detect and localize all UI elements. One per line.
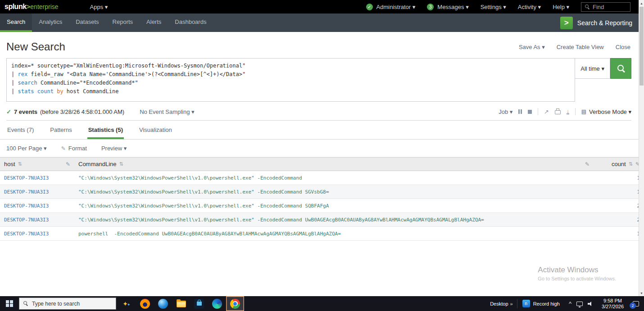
count-cell[interactable]: 1 [594, 171, 644, 185]
format-button[interactable]: ✎ Format [61, 145, 87, 152]
help-menu[interactable]: Help ▾ [553, 4, 569, 10]
host-cell[interactable]: DESKTOP-7NUA3I3 [0, 199, 74, 213]
vertical-scrollbar[interactable]: ▲ ▼ [639, 0, 644, 296]
chrome-taskbar-button[interactable] [226, 296, 244, 311]
taskbar-search-placeholder: Type here to search [32, 301, 80, 307]
search-query-input[interactable]: index=* sourcetype="XmlWinEventLog:Micro… [6, 58, 575, 102]
host-column-header[interactable]: host [4, 161, 15, 167]
save-as-button[interactable]: Save As ▾ [519, 44, 545, 50]
count-column-header[interactable]: count [612, 161, 626, 167]
table-row: DESKTOP-7NUA3I3"C:\Windows\System32\Wind… [0, 199, 644, 213]
close-button[interactable]: Close [616, 44, 630, 50]
file-explorer-icon [177, 301, 186, 307]
search-icon [23, 301, 28, 306]
per-page-menu[interactable]: 100 Per Page ▾ [6, 145, 47, 152]
edge-taskbar-button[interactable] [208, 296, 226, 311]
chevrons-icon: » [510, 301, 513, 306]
count-cell[interactable]: 2 [594, 213, 644, 227]
settings-menu[interactable]: Settings ▾ [481, 4, 506, 10]
volume-tray-icon[interactable] [588, 301, 594, 306]
messages-menu[interactable]: Messages ▾ [437, 4, 468, 10]
nav-tab-reports[interactable]: Reports [106, 14, 140, 32]
pause-job-icon[interactable] [518, 109, 522, 114]
event-time-range: (before 3/28/26 4:58:01.000 AM) [40, 108, 124, 115]
commandline-cell[interactable]: "C:\Windows\System32\WindowsPowerShell\v… [74, 199, 594, 213]
firefox-taskbar-button[interactable] [136, 296, 154, 311]
query-line: | stats count by host CommandLine [11, 87, 570, 96]
host-cell[interactable]: DESKTOP-7NUA3I3 [0, 227, 74, 241]
tab-statistics[interactable]: Statistics (5) [87, 121, 124, 139]
search-reporting-app-icon[interactable]: > [560, 17, 573, 29]
status-check-icon: ✓ [366, 4, 373, 10]
host-cell[interactable]: DESKTOP-7NUA3I3 [0, 213, 74, 227]
preview-menu[interactable]: Preview ▾ [101, 145, 127, 152]
commandline-column-header[interactable]: CommandLine [78, 161, 117, 167]
nav-tab-datasets[interactable]: Datasets [69, 14, 105, 32]
host-cell[interactable]: DESKTOP-7NUA3I3 [0, 171, 74, 185]
news-weather-widget[interactable]: n Record high [517, 296, 565, 311]
count-cell[interactable]: 1 [594, 185, 644, 199]
tab-events[interactable]: Events (7) [6, 121, 35, 139]
job-status-bar: ✓ 7 events (before 3/28/26 4:58:01.000 A… [6, 108, 631, 121]
tab-visualization[interactable]: Visualization [138, 121, 173, 139]
commandline-cell[interactable]: "C:\Windows\System32\WindowsPowerShell\v… [74, 171, 594, 185]
nav-tab-analytics[interactable]: Analytics [32, 14, 69, 32]
action-center-button[interactable]: 2 [628, 296, 644, 311]
splunk-logo[interactable]: splunk>enterprise [5, 3, 59, 11]
host-cell[interactable]: DESKTOP-7NUA3I3 [0, 185, 74, 199]
pencil-icon: ✎ [61, 145, 66, 152]
commandline-cell[interactable]: powershell -EncodedCommand UwB0AGEAcgB0A… [74, 227, 594, 241]
watermark-title: Activate Windows [538, 266, 616, 275]
share-job-icon[interactable]: ↗ [544, 108, 549, 115]
print-icon[interactable] [555, 110, 561, 114]
stats-table-body: DESKTOP-7NUA3I3"C:\Windows\System32\Wind… [0, 171, 644, 241]
sort-icon[interactable]: ⇅ [119, 161, 123, 167]
search-mode-menu[interactable]: ▤ Verbose Mode ▾ [581, 108, 631, 115]
stop-job-icon[interactable] [528, 110, 532, 114]
taskbar-clock[interactable]: 9:58 PM 3/27/2026 [598, 298, 628, 310]
store-taskbar-button[interactable] [190, 296, 208, 311]
commandline-cell[interactable]: "C:\Windows\System32\WindowsPowerShell\v… [74, 213, 594, 227]
divider [575, 108, 576, 115]
scrollbar-thumb[interactable] [639, 7, 644, 86]
file-explorer-taskbar-button[interactable] [172, 296, 190, 311]
count-cell[interactable]: 1 [594, 227, 644, 241]
activity-menu[interactable]: Activity ▾ [518, 4, 541, 10]
find-search-input[interactable]: Find [581, 2, 630, 12]
windows-taskbar: Type here to search ✦✦ Desktop » n Recor… [0, 296, 644, 311]
edit-host-column-icon[interactable]: ✎ [66, 161, 70, 167]
job-menu[interactable]: Job ▾ [499, 108, 512, 115]
taskbar-search-input[interactable]: Type here to search [19, 297, 116, 310]
results-tabs: Events (7) Patterns Statistics (5) Visua… [0, 121, 644, 140]
show-hidden-icons-button[interactable]: ^ [569, 302, 571, 306]
edge-icon [212, 299, 222, 309]
export-download-icon[interactable]: ↓ [567, 109, 569, 114]
administrator-menu[interactable]: Administrator ▾ [376, 4, 416, 10]
cortana-taskbar-button[interactable] [154, 296, 172, 311]
app-navigation-bar: Search Analytics Datasets Reports Alerts… [0, 14, 644, 32]
verbose-mode-label: Verbose Mode ▾ [589, 108, 631, 115]
query-line: | rex field=_raw "<Data Name='CommandLin… [11, 70, 570, 79]
start-button[interactable] [0, 296, 19, 311]
display-tray-icon[interactable] [576, 302, 583, 306]
firefox-icon [140, 299, 150, 309]
nav-tab-search[interactable]: Search [0, 14, 32, 32]
edit-commandline-column-icon[interactable]: ✎ [585, 161, 590, 167]
nav-tab-dashboards[interactable]: Dashboards [168, 14, 213, 32]
create-table-view-button[interactable]: Create Table View [557, 44, 604, 50]
time-range-picker[interactable]: All time ▾ [575, 58, 610, 79]
search-button[interactable] [610, 58, 631, 79]
event-sampling-menu[interactable]: No Event Sampling ▾ [140, 108, 194, 115]
scroll-down-button[interactable]: ▼ [639, 290, 644, 296]
commandline-cell[interactable]: "C:\Windows\System32\WindowsPowerShell\v… [74, 185, 594, 199]
desktop-widget[interactable]: Desktop » [486, 296, 517, 311]
count-cell[interactable]: 2 [594, 199, 644, 213]
nav-tab-alerts[interactable]: Alerts [140, 14, 168, 32]
messages-count-badge: 3 [427, 4, 434, 10]
watermark-subtitle: Go to Settings to activate Windows. [538, 276, 616, 281]
apps-menu[interactable]: Apps ▾ [90, 4, 108, 10]
sort-icon[interactable]: ⇅ [18, 161, 22, 167]
sort-icon[interactable]: ⇅ [629, 161, 633, 167]
tab-patterns[interactable]: Patterns [49, 121, 73, 139]
scroll-up-button[interactable]: ▲ [639, 0, 644, 6]
